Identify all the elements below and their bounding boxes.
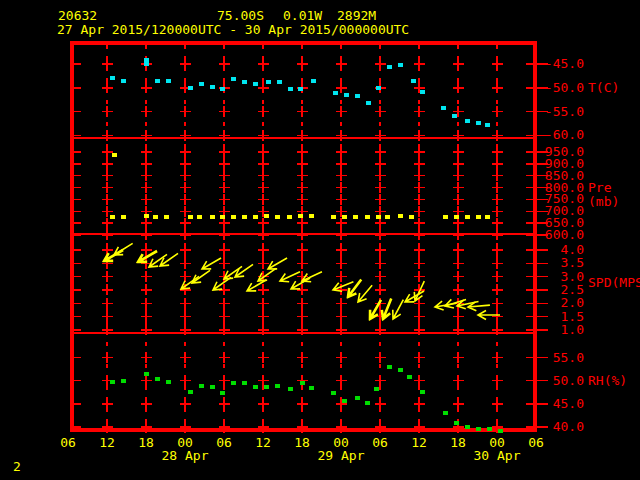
grid-plus-mark	[375, 59, 386, 70]
series-label: RH(%)	[588, 374, 627, 388]
temperature-dot	[266, 80, 271, 84]
grid-plus-mark	[180, 158, 191, 169]
y-tick-label: 55.0	[544, 351, 584, 365]
temperature-dot	[288, 87, 293, 91]
pressure-dot	[231, 215, 236, 219]
grid-plus-mark	[453, 59, 464, 70]
x-tick-label: 18	[443, 436, 473, 450]
page-number: 2	[13, 460, 21, 474]
y-tick-mark-left	[74, 222, 81, 224]
y-tick-mark-left	[74, 151, 81, 153]
pressure-dot	[197, 215, 202, 219]
grid-plus-mark	[219, 147, 230, 158]
grid-plus-mark	[375, 130, 386, 141]
grid-plus-mark	[180, 194, 191, 205]
grid-plus-mark	[102, 194, 113, 205]
y-tick-mark-left	[74, 199, 81, 201]
grid-plus-mark	[297, 245, 308, 256]
grid-plus-mark	[414, 375, 425, 386]
grid-plus-mark	[336, 375, 347, 386]
grid-plus-mark	[102, 398, 113, 409]
relative-humidity-dot	[355, 396, 360, 400]
grid-plus-mark	[336, 59, 347, 70]
grid-plus-mark	[102, 218, 113, 229]
grid-plus-mark	[180, 422, 191, 433]
grid-plus-mark	[336, 311, 347, 322]
grid-plus-mark	[141, 229, 152, 240]
pressure-dot	[220, 215, 225, 219]
grid-plus-mark	[492, 182, 503, 193]
x-tick-label: 12	[92, 436, 122, 450]
grid-plus-mark	[258, 194, 269, 205]
grid-plus-mark	[453, 82, 464, 93]
y-tick-mark-right	[526, 249, 533, 251]
grid-plus-mark	[453, 352, 464, 363]
grid-plus-mark	[219, 170, 230, 181]
grid-plus-mark	[375, 170, 386, 181]
panel-divider	[73, 332, 534, 334]
grid-plus-mark	[219, 352, 230, 363]
grid-plus-mark	[414, 218, 425, 229]
grid-plus-mark	[141, 158, 152, 169]
grid-plus-mark	[414, 258, 425, 269]
grid-plus-mark	[180, 147, 191, 158]
grid-plus-mark	[297, 158, 308, 169]
grid-plus-mark	[375, 229, 386, 240]
grid-plus-mark	[141, 170, 152, 181]
grid-plus-mark	[102, 106, 113, 117]
grid-plus-mark	[141, 194, 152, 205]
temperature-dot	[485, 123, 490, 127]
grid-plus-mark	[297, 422, 308, 433]
grid-plus-mark	[375, 375, 386, 386]
relative-humidity-dot	[374, 387, 379, 391]
grid-plus-mark	[453, 218, 464, 229]
grid-plus-mark	[414, 398, 425, 409]
relative-humidity-dot	[365, 401, 370, 405]
relative-humidity-dot	[242, 381, 247, 385]
temperature-dot	[188, 86, 193, 90]
pressure-dot	[253, 215, 258, 219]
y-tick-mark-left	[74, 380, 81, 382]
grid-plus-mark	[219, 229, 230, 240]
grid-plus-mark	[258, 158, 269, 169]
grid-plus-mark	[258, 182, 269, 193]
relative-humidity-dot	[155, 377, 160, 381]
grid-plus-mark	[219, 422, 230, 433]
grid-plus-mark	[258, 398, 269, 409]
pressure-dot	[144, 214, 149, 218]
grid-plus-mark	[102, 298, 113, 309]
grid-plus-mark	[102, 422, 113, 433]
grid-plus-mark	[180, 324, 191, 335]
y-tick-label: 40.0	[544, 420, 584, 434]
grid-plus-mark	[297, 229, 308, 240]
y-tick-mark-left	[74, 289, 81, 291]
temperature-dot	[355, 94, 360, 98]
grid-plus-mark	[102, 284, 113, 295]
grid-plus-mark	[414, 352, 425, 363]
grid-plus-mark	[258, 218, 269, 229]
grid-plus-mark	[492, 258, 503, 269]
grid-plus-mark	[492, 194, 503, 205]
temperature-dot	[210, 85, 215, 89]
panel-divider	[73, 137, 534, 139]
y-tick-mark-left	[74, 276, 81, 278]
y-tick-mark-left	[74, 63, 81, 65]
grid-plus-mark	[492, 324, 503, 335]
y-tick-mark-right	[526, 303, 533, 305]
y-tick-label: -55.0	[544, 105, 584, 119]
grid-plus-mark	[336, 106, 347, 117]
series-label: Pre (mb)	[588, 181, 640, 209]
grid-plus-mark	[414, 311, 425, 322]
x-tick-label: 12	[248, 436, 278, 450]
pressure-dot	[188, 215, 193, 219]
y-tick-mark-right	[526, 329, 533, 331]
y-tick-mark-left	[74, 187, 81, 189]
grid-plus-mark	[375, 147, 386, 158]
y-tick-mark-left	[74, 175, 81, 177]
relative-humidity-dot	[342, 399, 347, 403]
x-tick-label: 06	[209, 436, 239, 450]
grid-plus-mark	[219, 311, 230, 322]
pressure-dot	[398, 214, 403, 218]
grid-plus-mark	[414, 158, 425, 169]
grid-plus-mark	[453, 158, 464, 169]
